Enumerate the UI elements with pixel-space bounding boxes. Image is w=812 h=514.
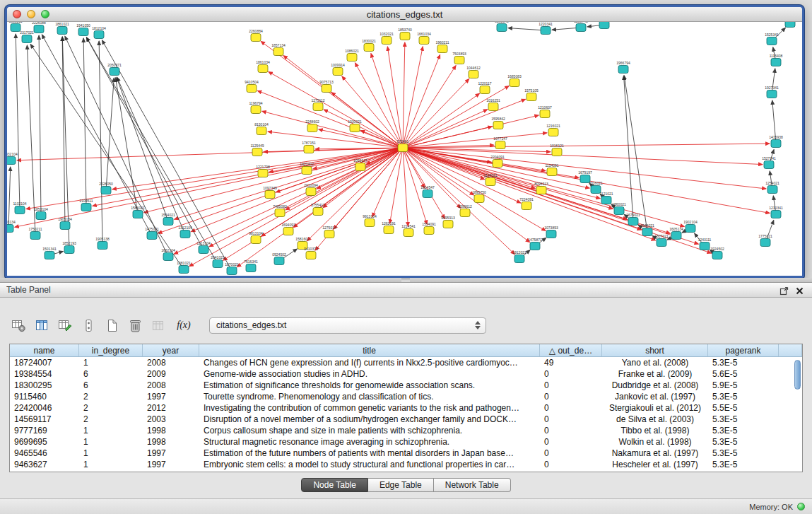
close-window-button[interactable] [13, 10, 21, 18]
graph-node[interactable]: 1527341 [762, 156, 776, 168]
col-header-short[interactable]: short [602, 344, 708, 356]
graph-node[interactable]: 1286021 [597, 22, 611, 29]
graph-node[interactable]: 1253741 [574, 22, 588, 32]
float-panel-button[interactable] [778, 285, 789, 296]
graph-node[interactable]: 1086021 [345, 49, 359, 61]
graph-node[interactable]: 1210341 [769, 206, 783, 218]
graph-node[interactable]: 2104511 [79, 199, 93, 211]
table-row[interactable]: 2242004622012Investigating the contribut… [10, 402, 802, 414]
graph-node[interactable]: 9410504 [245, 80, 259, 92]
graph-node[interactable]: 1032021 [379, 32, 394, 44]
tab-network-table[interactable]: Network Table [434, 478, 511, 492]
graph-node[interactable]: 7485083 [273, 204, 287, 216]
create-column-button[interactable] [57, 317, 73, 334]
graph-node[interactable]: 1016121 [550, 144, 564, 156]
graph-node[interactable]: 2248602 [305, 119, 319, 132]
tab-node-table[interactable]: Node Table [301, 478, 368, 492]
new-table-button[interactable] [103, 317, 120, 334]
graph-node[interactable]: 1830021 [362, 39, 376, 51]
graph-node[interactable]: 1905134 [58, 217, 72, 229]
graph-node[interactable]: 1220341 [539, 22, 553, 34]
graph-node[interactable]: 1661034 [417, 32, 431, 44]
col-header-out-degree[interactable]: △ out_de… [540, 344, 602, 356]
graph-node[interactable]: 1121021 [599, 192, 613, 204]
graph-node[interactable]: 1275014 [322, 226, 336, 238]
minimize-window-button[interactable] [27, 10, 35, 18]
graph-node[interactable]: 1679021 [626, 213, 640, 225]
graph-node[interactable]: 1554021 [161, 213, 175, 225]
graph-node[interactable]: 8161040 [495, 22, 509, 32]
graph-node[interactable]: 1870021 [225, 262, 239, 274]
graph-node[interactable]: 1221798 [256, 165, 270, 177]
graph-node[interactable]: 1254021 [765, 181, 779, 193]
graph-node[interactable]: 1030021 [348, 119, 362, 132]
show-columns-button[interactable] [33, 317, 50, 334]
graph-node[interactable]: 1415938 [769, 135, 783, 147]
graph-node[interactable]: 1073893 [544, 226, 558, 238]
graph-node[interactable]: 1812104 [92, 26, 106, 38]
table-row[interactable]: 911546021997Tourette syndrome. Phenomeno… [10, 391, 802, 402]
col-header-pagerank[interactable]: pagerank [708, 344, 779, 356]
network-view[interactable]: 5724012260884185713418610349410504119679… [7, 22, 802, 276]
graph-node[interactable]: 1044612 [466, 66, 481, 78]
graph-node[interactable]: 1501341 [42, 247, 57, 259]
graph-node[interactable]: 1009914 [331, 63, 345, 75]
graph-node[interactable]: 1750211 [28, 227, 42, 239]
graph-node[interactable]: 1262191 [382, 221, 396, 233]
graph-node[interactable]: 8130104 [254, 122, 269, 134]
table-mode-button[interactable] [10, 317, 27, 334]
graph-node[interactable]: 1924502 [710, 247, 724, 259]
graph-node[interactable]: 1220117 [478, 81, 491, 93]
graph-node[interactable]: 1807021 [654, 234, 669, 246]
col-header-in-degree[interactable]: in_degree [79, 344, 143, 356]
graph-node[interactable]: 2204091 [490, 155, 505, 167]
graph-node[interactable]: 1857134 [271, 43, 286, 55]
table-row[interactable]: 1830029562008Estimation of significance … [10, 380, 802, 391]
graph-node[interactable]: 9410373 [304, 247, 318, 259]
graph-node[interactable]: 1960211 [435, 40, 449, 52]
graph-node[interactable]: 1216021 [546, 124, 560, 136]
graph-node[interactable]: 1895750 [472, 190, 486, 202]
graph-node[interactable]: 1662104 [161, 248, 175, 260]
graph-node[interactable]: 9913104 [363, 214, 377, 226]
graph-node[interactable]: 1787151 [302, 141, 316, 153]
graph-node[interactable]: 8096913 [534, 182, 548, 194]
graph-node[interactable]: 8599612 [458, 204, 472, 216]
window-title-bar[interactable]: citations_edges.txt [7, 7, 802, 22]
graph-node[interactable]: 1902104 [683, 220, 698, 232]
import-table-button[interactable] [150, 317, 167, 334]
graph-node[interactable]: 1927341 [765, 86, 779, 98]
graph-node[interactable]: 1332104 [7, 152, 18, 164]
graph-node[interactable]: 1115408 [770, 54, 783, 66]
graph-node[interactable]: 1196794 [249, 101, 262, 113]
graph-node[interactable]: 1275112 [311, 98, 324, 110]
graph-node[interactable]: 1903134 [7, 220, 16, 232]
graph-node[interactable]: 1861021 [55, 22, 69, 34]
graph-node[interactable]: 1860021 [612, 202, 626, 214]
graph-node[interactable]: 2317021 [20, 30, 34, 42]
table-row[interactable]: 977716911998Corpus callosum shape and si… [10, 425, 802, 436]
table-scrollbar-thumb[interactable] [794, 360, 801, 390]
graph-node[interactable]: 1213104 [196, 241, 211, 253]
table-row[interactable]: 946554611997Estimation of the future num… [10, 448, 802, 459]
graph-node[interactable]: 1525341 [765, 33, 779, 45]
graph-node[interactable]: 1081021 [177, 261, 191, 273]
table-row[interactable]: 969969511998Structural magnetic resonanc… [10, 436, 802, 448]
graph-node[interactable]: 1125449 [250, 144, 264, 156]
graph-node[interactable]: 2041021 [211, 255, 225, 267]
graph-node[interactable]: 9813104 [249, 231, 263, 243]
graph-node[interactable]: 1966794 [616, 61, 630, 73]
graph-node[interactable]: 1852193 [62, 241, 76, 253]
graph-node[interactable]: 1154091 [545, 163, 558, 175]
table-selector[interactable]: citations_edges.txt [209, 317, 486, 334]
table-row[interactable]: 1938455462009Genome-wide association stu… [10, 368, 802, 380]
graph-node[interactable]: 1905138 [95, 237, 110, 249]
graph-node[interactable]: 1475021 [145, 227, 159, 239]
graph-node[interactable]: 1102104 [13, 201, 26, 214]
table-row[interactable]: 946362711997Embryonic stem cells: a mode… [10, 459, 802, 470]
graph-node[interactable]: 7224091 [519, 197, 534, 209]
tab-edge-table[interactable]: Edge Table [368, 478, 434, 492]
graph-node[interactable]: 1097349 [263, 186, 277, 198]
graph-node[interactable]: 1914547 [420, 185, 435, 197]
graph-node[interactable]: 2260884 [249, 29, 263, 41]
